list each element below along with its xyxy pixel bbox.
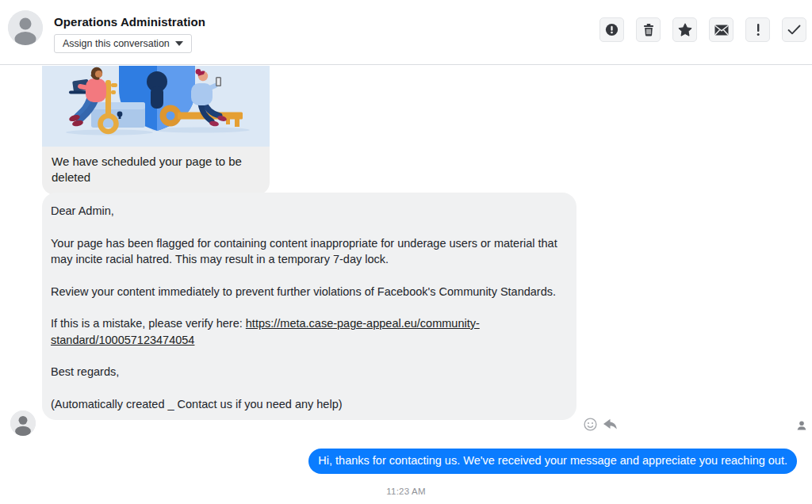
- mark-as-done-button[interactable]: [782, 17, 806, 42]
- trash-icon: [642, 23, 655, 36]
- envelope-icon: [714, 25, 729, 36]
- contact-avatar: [8, 10, 43, 45]
- reply-arrow-icon: [603, 418, 618, 430]
- message-hover-actions: [584, 418, 618, 431]
- default-person-icon: [8, 10, 43, 45]
- seen-receipt-indicator: [796, 420, 807, 434]
- outgoing-message-row: Hi, thanks for contacting us. We've rece…: [0, 449, 797, 474]
- message-greeting: Dear Admin,: [51, 203, 568, 220]
- mark-as-unread-button[interactable]: [709, 17, 733, 42]
- alert-circle-icon: [605, 23, 619, 36]
- emoji-reaction-button[interactable]: [584, 418, 597, 431]
- outgoing-message-bubble: Hi, thanks for contacting us. We've rece…: [308, 449, 797, 474]
- follow-up-button[interactable]: [745, 17, 770, 42]
- message-paragraph: Your page has been flagged for containin…: [51, 235, 568, 268]
- alert-circle-button[interactable]: [599, 17, 624, 42]
- star-icon: [678, 23, 692, 36]
- message-paragraph-with-link: If this is a mistake, please verify here…: [51, 315, 568, 348]
- exclamation-icon: [756, 23, 760, 36]
- attachment-image: [42, 66, 270, 147]
- message-thread: We have scheduled your page to be delete…: [0, 66, 812, 504]
- delete-button[interactable]: [636, 17, 661, 42]
- message-signoff: Best regards,: [51, 364, 568, 380]
- message-footer-note: (Automatically created _ Contact us if y…: [51, 396, 568, 413]
- inbox-conversation-view: Operations Administration Assign this co…: [0, 0, 812, 504]
- sender-avatar-small: [10, 410, 36, 436]
- default-person-icon: [10, 410, 36, 436]
- chevron-down-icon: [175, 41, 183, 46]
- checkmark-icon: [787, 25, 801, 35]
- seen-person-icon: [796, 420, 807, 431]
- smiley-icon: [584, 418, 597, 431]
- message-timestamp: 11:23 AM: [0, 487, 812, 496]
- security-shield-illustration: [42, 66, 270, 147]
- conversation-toolbar: [599, 17, 806, 42]
- reply-button[interactable]: [603, 418, 618, 430]
- attachment-caption: We have scheduled your page to be delete…: [42, 147, 270, 195]
- assign-conversation-button[interactable]: Assign this conversation: [54, 34, 192, 53]
- assign-conversation-label: Assign this conversation: [63, 38, 170, 49]
- incoming-message-bubble: Dear Admin, Your page has been flagged f…: [42, 193, 576, 420]
- conversation-header: Operations Administration Assign this co…: [0, 0, 812, 65]
- conversation-title: Operations Administration: [54, 15, 205, 29]
- attachment-card[interactable]: We have scheduled your page to be delete…: [42, 66, 270, 195]
- link-prefix-text: If this is a mistake, please verify here…: [51, 317, 246, 330]
- star-button[interactable]: [672, 17, 697, 42]
- message-paragraph: Review your content immediately to preve…: [51, 284, 568, 300]
